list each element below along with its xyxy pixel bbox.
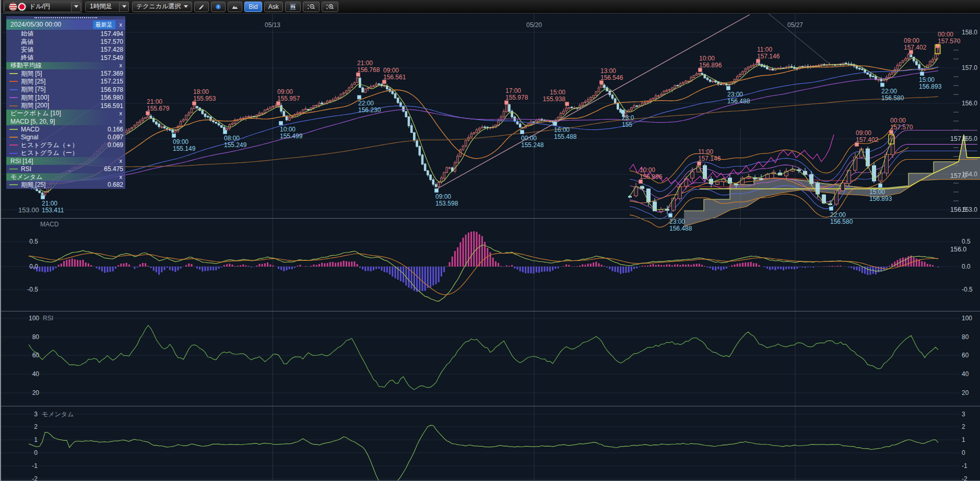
annotation-time: 22:00 <box>881 88 897 95</box>
annotation-time: 13:00 <box>600 67 616 75</box>
candle-body <box>902 61 904 63</box>
us-flag-icon <box>9 3 17 11</box>
candle-body <box>598 88 600 92</box>
symbol-select[interactable]: ドル/円 <box>3 1 82 13</box>
candle-body <box>267 109 269 110</box>
candle-body <box>441 178 443 182</box>
candle-body <box>476 130 478 133</box>
area-chart-button[interactable] <box>228 2 242 12</box>
panel-section-title: MACD [5, 20, 9] <box>10 118 119 125</box>
inset-price-axis-label: 156.5 <box>950 206 966 213</box>
zoom-in-icon <box>326 3 334 11</box>
candle-body <box>801 66 804 67</box>
candle-body <box>340 94 342 98</box>
panel-row: 期間 [25]157.215 <box>6 78 125 86</box>
candle-body <box>907 54 910 58</box>
candle-body <box>218 124 220 125</box>
chart-canvas[interactable]: 21:00155.67918:00155.95309:00155.95721:0… <box>0 0 980 481</box>
timeframe-dropdown-arrow[interactable] <box>120 2 129 12</box>
jp-flag-icon <box>18 3 26 11</box>
panel-row: 期間 [100]156.980 <box>6 94 125 102</box>
candle-body <box>682 82 684 83</box>
candle-body <box>720 84 722 85</box>
candle-body <box>858 68 860 69</box>
candle-body <box>269 107 271 109</box>
momentum-tick-label-right: -2 <box>962 475 967 481</box>
candle-body <box>500 117 502 121</box>
panel-row-label: ヒストグラム（ー） <box>21 149 123 158</box>
panel-row-value: 156.591 <box>101 102 123 110</box>
candle-body <box>188 113 190 115</box>
candle-body <box>272 106 274 107</box>
annotation-price: 156.488 <box>669 225 692 232</box>
panel-row: 期間 [75]156.978 <box>6 86 125 93</box>
symbol-dropdown-arrow[interactable] <box>72 2 81 12</box>
candle-body <box>631 107 633 110</box>
candle-body <box>318 103 321 105</box>
draw-tool-button[interactable] <box>194 2 209 12</box>
ask-button[interactable]: Ask <box>264 2 283 12</box>
latest-bar-badge: 最新足 <box>93 20 115 29</box>
candle-body <box>674 86 676 88</box>
series-color-swatch <box>9 97 18 98</box>
annotation-price: 155.248 <box>521 141 544 149</box>
price-axis-label: 157.0 <box>962 64 977 71</box>
close-icon[interactable]: x <box>119 174 124 180</box>
annotation-price: 155.499 <box>280 133 303 140</box>
candle-body <box>459 150 462 157</box>
close-icon[interactable]: x <box>119 118 124 124</box>
date-label: 05/13 <box>265 21 280 29</box>
candle-body <box>139 121 141 123</box>
candle-style-button[interactable] <box>285 2 301 12</box>
candle-body <box>465 140 467 146</box>
bid-button[interactable]: Bid <box>244 2 262 12</box>
candle-body <box>41 193 43 195</box>
panel-row-value: 157.215 <box>101 78 123 85</box>
bottom-marker <box>881 83 884 87</box>
candle-body <box>712 81 714 81</box>
candle-body <box>313 105 315 108</box>
candle-body <box>568 107 570 108</box>
annotation-price: 157.146 <box>757 53 780 60</box>
zoom-out-button[interactable] <box>303 2 320 12</box>
annotation-time: 18:00 <box>193 88 209 95</box>
bottom-marker <box>830 207 833 210</box>
annotation-time: 10:00 <box>280 126 296 133</box>
window-border <box>0 0 1 481</box>
candle-body <box>611 95 613 99</box>
candle-body <box>174 130 176 132</box>
technical-select-button[interactable]: テクニカル選択 <box>132 2 192 12</box>
candle-body <box>321 103 323 104</box>
inset-candle-body <box>866 149 870 166</box>
candle-body <box>131 127 133 128</box>
macd-tick-label-right: 0.0 <box>962 263 971 270</box>
candle-body <box>639 105 641 106</box>
candle-body <box>427 171 429 175</box>
candle-body <box>329 101 331 101</box>
candle-body <box>359 78 361 88</box>
candlestick-icon <box>289 3 297 11</box>
candle-body <box>343 93 345 94</box>
candle-body <box>584 102 586 102</box>
annotation-price: 155.953 <box>193 95 216 102</box>
indicator-data-panel[interactable]: 2024/05/30 00:00 最新足 x 始値157.494高値157.57… <box>6 16 125 189</box>
close-icon[interactable]: x <box>119 63 124 68</box>
close-icon[interactable]: x <box>119 158 124 164</box>
annotation-price: 153.411 <box>42 207 64 214</box>
panel-row: 始値157.494 <box>6 30 125 38</box>
candle-body <box>191 109 193 113</box>
candle-body <box>565 108 568 111</box>
panel-row-label: RSI <box>21 165 104 173</box>
close-icon[interactable]: x <box>119 22 124 28</box>
close-icon[interactable]: x <box>119 111 124 116</box>
zoom-in-button[interactable] <box>322 2 338 12</box>
timeframe-select[interactable]: 1時間足 <box>84 1 130 13</box>
annotation-time: 21:00 <box>357 59 373 67</box>
panel-header: 2024/05/30 00:00 最新足 x <box>6 19 125 30</box>
momentum-tick-label-right: 3 <box>962 411 965 418</box>
candle-body <box>172 130 174 133</box>
bottom-marker <box>41 196 45 199</box>
candle-body <box>706 78 709 79</box>
info-button[interactable]: i <box>211 2 226 12</box>
inset-price-axis-label: 156.0 <box>950 246 966 253</box>
